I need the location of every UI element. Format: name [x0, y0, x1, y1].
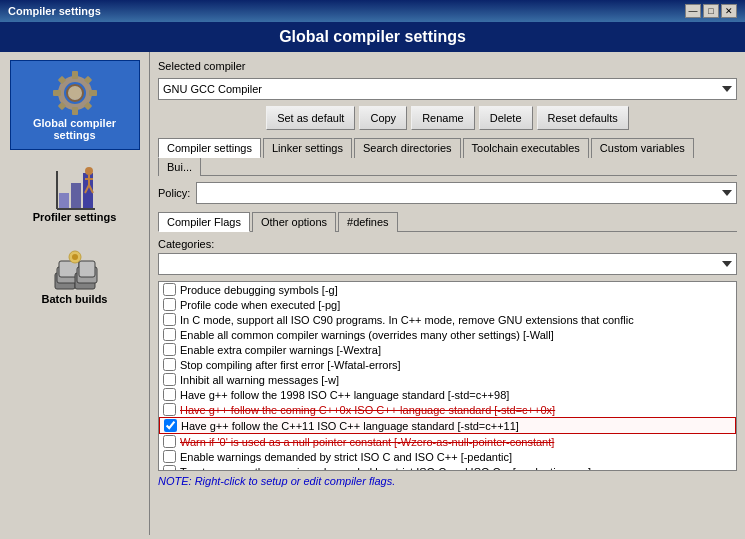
flag-std-cpp98-label: Have g++ follow the 1998 ISO C++ languag…: [180, 389, 509, 401]
tab-bar: Compiler settings Linker settings Search…: [158, 138, 737, 176]
flag-fatal-errors-checkbox[interactable]: [163, 358, 176, 371]
flag-profile-code-label: Profile code when executed [-pg]: [180, 299, 340, 311]
flag-std-cpp0x[interactable]: Have g++ follow the coming C++0x ISO C++…: [159, 402, 736, 417]
flag-inhibit-warnings[interactable]: Inhibit all warning messages [-w]: [159, 372, 736, 387]
svg-rect-12: [71, 183, 81, 209]
copy-button[interactable]: Copy: [359, 106, 407, 130]
sidebar: Global compiler settings Profiler settin…: [0, 52, 150, 535]
categories-select[interactable]: [158, 253, 737, 275]
categories-label: Categories:: [158, 238, 737, 250]
tab-search-directories[interactable]: Search directories: [354, 138, 461, 158]
flag-pedantic-error-checkbox[interactable]: [163, 465, 176, 471]
flag-debug-symbols[interactable]: Produce debugging symbols [-g]: [159, 282, 736, 297]
flag-pedantic[interactable]: Enable warnings demanded by strict ISO C…: [159, 449, 736, 464]
policy-row: Policy:: [158, 182, 737, 204]
flag-inhibit-warnings-label: Inhibit all warning messages [-w]: [180, 374, 339, 386]
sidebar-item-batch-label: Batch builds: [41, 293, 107, 305]
flag-debug-symbols-label: Produce debugging symbols [-g]: [180, 284, 338, 296]
flag-extra-warnings-label: Enable extra compiler warnings [-Wextra]: [180, 344, 381, 356]
maximize-button[interactable]: □: [703, 4, 719, 18]
tab-toolchain-executables[interactable]: Toolchain executables: [463, 138, 589, 158]
note-text: NOTE: Right-click to setup or edit compi…: [158, 475, 737, 487]
flag-std-cpp11-label: Have g++ follow the C++11 ISO C++ langua…: [181, 420, 519, 432]
sidebar-item-batch[interactable]: Batch builds: [10, 236, 140, 314]
flag-std-cpp0x-checkbox[interactable]: [163, 403, 176, 416]
minimize-button[interactable]: —: [685, 4, 701, 18]
svg-rect-11: [59, 193, 69, 209]
flag-fatal-errors[interactable]: Stop compiling after first error [-Wfata…: [159, 357, 736, 372]
flag-pedantic-checkbox[interactable]: [163, 450, 176, 463]
flag-iso-c90-label: In C mode, support all ISO C90 programs.…: [180, 314, 634, 326]
sub-tab-defines[interactable]: #defines: [338, 212, 398, 232]
flag-wzero-checkbox[interactable]: [163, 435, 176, 448]
flag-std-cpp11[interactable]: Have g++ follow the C++11 ISO C++ langua…: [159, 417, 736, 434]
gear-icon: [51, 69, 99, 117]
compiler-select-row: GNU GCC Compiler: [158, 78, 737, 100]
svg-rect-26: [79, 261, 95, 277]
svg-rect-5: [53, 90, 61, 96]
policy-label: Policy:: [158, 187, 190, 199]
flags-list[interactable]: Produce debugging symbols [-g] Profile c…: [158, 281, 737, 471]
svg-rect-3: [72, 71, 78, 79]
sidebar-item-global-compiler[interactable]: Global compiler settings: [10, 60, 140, 150]
flag-pedantic-error[interactable]: Treats as error the warnings demanded by…: [159, 464, 736, 471]
sub-tab-compiler-flags[interactable]: Compiler Flags: [158, 212, 250, 232]
flag-wzero-label: Warn if '0' is used as a null pointer co…: [180, 436, 554, 448]
batch-icon: [51, 245, 99, 293]
window-title: Compiler settings: [8, 5, 101, 17]
flag-iso-c90[interactable]: In C mode, support all ISO C90 programs.…: [159, 312, 736, 327]
rename-button[interactable]: Rename: [411, 106, 475, 130]
flag-extra-warnings[interactable]: Enable extra compiler warnings [-Wextra]: [159, 342, 736, 357]
main-heading: Global compiler settings: [0, 22, 745, 52]
main-content: Selected compiler GNU GCC Compiler Set a…: [150, 52, 745, 535]
tab-compiler-settings[interactable]: Compiler settings: [158, 138, 261, 158]
sub-tab-other-options[interactable]: Other options: [252, 212, 336, 232]
flag-std-cpp11-checkbox[interactable]: [164, 419, 177, 432]
title-bar: Compiler settings — □ ✕: [0, 0, 745, 22]
flag-extra-warnings-checkbox[interactable]: [163, 343, 176, 356]
svg-rect-4: [72, 107, 78, 115]
flag-iso-c90-checkbox[interactable]: [163, 313, 176, 326]
sidebar-item-global-label: Global compiler settings: [15, 117, 135, 141]
close-button[interactable]: ✕: [721, 4, 737, 18]
sub-tab-bar: Compiler Flags Other options #defines: [158, 212, 737, 232]
compiler-select[interactable]: GNU GCC Compiler: [158, 78, 737, 100]
policy-select[interactable]: [196, 182, 737, 204]
sidebar-item-profiler[interactable]: Profiler settings: [10, 154, 140, 232]
flag-debug-symbols-checkbox[interactable]: [163, 283, 176, 296]
flag-all-warnings-checkbox[interactable]: [163, 328, 176, 341]
flag-profile-code[interactable]: Profile code when executed [-pg]: [159, 297, 736, 312]
svg-point-16: [85, 167, 93, 175]
flag-profile-code-checkbox[interactable]: [163, 298, 176, 311]
content-area: Global compiler settings Profiler settin…: [0, 52, 745, 535]
flag-std-cpp98[interactable]: Have g++ follow the 1998 ISO C++ languag…: [159, 387, 736, 402]
button-row: Set as default Copy Rename Delete Reset …: [158, 106, 737, 130]
tab-custom-variables[interactable]: Custom variables: [591, 138, 694, 158]
selected-compiler-row: Selected compiler: [158, 60, 737, 72]
selected-compiler-label: Selected compiler: [158, 60, 245, 72]
delete-button[interactable]: Delete: [479, 106, 533, 130]
flag-all-warnings-label: Enable all common compiler warnings (ove…: [180, 329, 554, 341]
flag-pedantic-error-label: Treats as error the warnings demanded by…: [180, 466, 591, 472]
flag-inhibit-warnings-checkbox[interactable]: [163, 373, 176, 386]
flag-std-cpp0x-label: Have g++ follow the coming C++0x ISO C++…: [180, 404, 555, 416]
svg-point-28: [72, 254, 78, 260]
tab-linker-settings[interactable]: Linker settings: [263, 138, 352, 158]
tab-build[interactable]: Bui...: [158, 157, 201, 176]
reset-defaults-button[interactable]: Reset defaults: [537, 106, 629, 130]
sidebar-item-profiler-label: Profiler settings: [33, 211, 117, 223]
profiler-icon: [51, 163, 99, 211]
flag-fatal-errors-label: Stop compiling after first error [-Wfata…: [180, 359, 401, 371]
svg-point-2: [69, 87, 81, 99]
flag-all-warnings[interactable]: Enable all common compiler warnings (ove…: [159, 327, 736, 342]
window-controls: — □ ✕: [685, 4, 737, 18]
flag-wzero[interactable]: Warn if '0' is used as a null pointer co…: [159, 434, 736, 449]
flag-std-cpp98-checkbox[interactable]: [163, 388, 176, 401]
svg-rect-6: [89, 90, 97, 96]
flag-pedantic-label: Enable warnings demanded by strict ISO C…: [180, 451, 512, 463]
set-as-default-button[interactable]: Set as default: [266, 106, 355, 130]
